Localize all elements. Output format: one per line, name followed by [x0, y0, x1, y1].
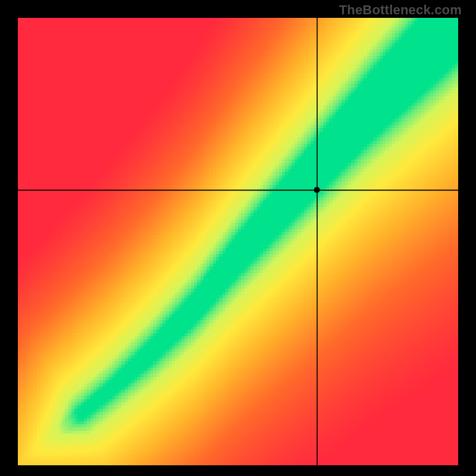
chart-frame: TheBottleneck.com: [0, 0, 476, 476]
watermark-label: TheBottleneck.com: [339, 2, 462, 18]
overlay-canvas: [18, 18, 458, 465]
